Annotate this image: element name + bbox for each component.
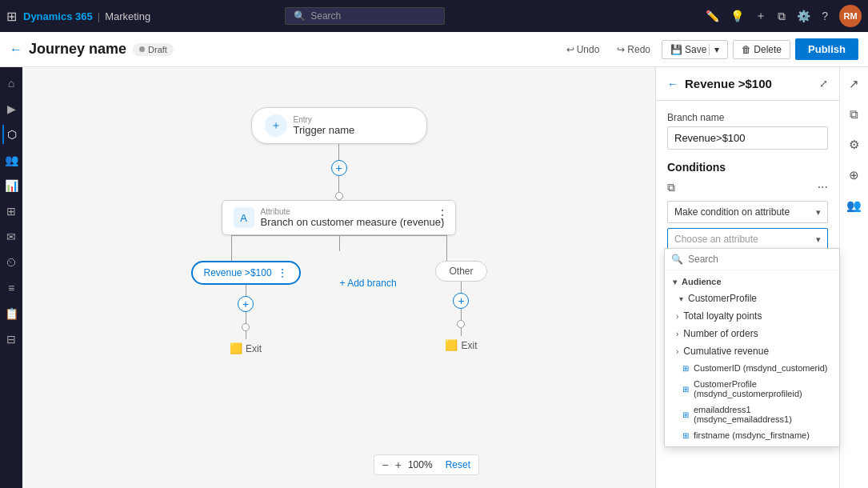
dropdown-chevron-customerprofile: ▾ [679,294,683,303]
sidebar-list-icon[interactable]: ≡ [5,278,18,298]
dropdown-group-customerprofile[interactable]: ▾ CustomerProfile [665,290,839,307]
panel-title: Revenue >$100 [685,77,813,90]
field-icon-customerid: ⊞ [682,364,689,373]
journey-canvas[interactable]: ＋ Entry Trigger name + A Attribute Branc… [22,67,655,488]
far-right-people-icon[interactable]: 👥 [843,195,865,216]
far-right-copy-icon[interactable]: ⧉ [846,104,862,125]
search-box[interactable]: 🔍 Search [285,7,445,25]
dropdown-item-loyalty[interactable]: › Total loyalty points [665,307,839,325]
journey-title: Journey name [29,41,126,58]
brand-module: Marketing [105,10,150,22]
dropdown-expand-revenue: › [676,347,678,356]
dropdown-item-firstname[interactable]: ⊞ firstname (msdync_firstname) [665,427,839,443]
condition-type-chevron: ▾ [816,207,821,218]
sidebar-analytics-icon[interactable]: 📊 [2,176,22,195]
add-step-button-1[interactable]: + [331,160,347,176]
pencil-icon[interactable]: ✏️ [706,10,719,22]
sidebar-home-icon[interactable]: ⌂ [5,74,18,93]
dropdown-group-audience-chevron[interactable]: ▾ [673,278,677,286]
dropdown-group-audience: ▾ Audience [665,274,839,290]
app-grid-icon[interactable]: ⊞ [6,9,17,24]
journey-toolbar: ← Journey name Draft ↩ Undo ↪ Redo 💾 Sav… [0,32,868,67]
far-right-zoom-icon[interactable]: ⊕ [846,165,862,186]
save-button[interactable]: 💾 Save ▾ [662,40,728,59]
sidebar-journey-icon[interactable]: ⬡ [2,125,20,144]
sidebar-grid-icon[interactable]: ⊟ [3,330,19,349]
sidebar-report-icon[interactable]: 📋 [2,304,22,323]
far-right-signin-icon[interactable]: ↗ [846,74,862,94]
zoom-out-button[interactable]: − [382,458,389,471]
settings-icon[interactable]: ⚙️ [797,10,810,22]
conditions-toolbar: ⧉ ··· [667,180,828,194]
field-icon-email: ⊞ [682,410,689,419]
publish-button[interactable]: Publish [795,38,858,60]
help-icon[interactable]: ? [822,10,828,22]
branch-dots-icon[interactable]: ⋮ [277,266,288,279]
attribute-node-menu[interactable]: ⋮ [436,207,449,222]
branch-connector-r1 [461,282,462,293]
redo-button[interactable]: ↪ Redo [610,41,657,58]
sidebar-arrow-icon[interactable]: ▶ [4,99,19,118]
add-branch-button[interactable]: + Add branch [330,274,406,293]
sidebar-segment-icon[interactable]: ⊞ [3,202,19,221]
dropdown-search-input[interactable] [688,254,833,265]
add-step-other[interactable]: + [453,293,469,309]
branch-connector-l1 [246,285,246,296]
dropdown-item-customerid[interactable]: ⊞ CustomerID (msdynd_customerid) [665,360,839,376]
branch-other-col: Other + 🟨 Exit [435,261,486,351]
dropdown-item-orders[interactable]: › Number of orders [665,325,839,342]
add-branch-area: + Add branch [330,261,406,293]
branch-connector-l3 [246,331,246,339]
attribute-node-labels: Attribute Branch on customer measure (re… [261,207,445,228]
conditions-title: Conditions [667,161,828,174]
delete-icon: 🗑 [742,44,751,55]
panel-back-button[interactable]: ← [667,78,678,90]
attribute-node-icon: A [234,207,254,228]
branch-name-input[interactable] [667,126,828,150]
attribute-chevron: ▾ [816,234,821,245]
conditions-copy-icon[interactable]: ⧉ [667,181,675,194]
plus-icon[interactable]: ＋ [755,9,766,23]
entry-node[interactable]: ＋ Entry Trigger name [251,107,427,144]
exit-icon-right: 🟨 [445,339,458,351]
back-button[interactable]: ← [10,42,22,57]
panel-expand-icon[interactable]: ⤢ [819,78,828,90]
top-navigation: ⊞ Dynamics 365 | Marketing 🔍 Search ✏️ 💡… [0,0,868,32]
attribute-dropdown: 🔍 ▾ Audience ▾ CustomerProfile › Total l… [664,248,840,447]
connector-line-1 [338,144,339,160]
condition-type-select[interactable]: Make condition on attribute ▾ [667,201,828,223]
conditions-more-icon[interactable]: ··· [818,180,828,194]
dropdown-item-lastname[interactable]: ⊞ lastname (msdync_lastname) [665,443,839,446]
branch-circle-l [242,323,250,331]
draft-badge: Draft [133,43,174,56]
sidebar-clock-icon[interactable]: ⏲ [2,253,20,272]
revenue-branch-node[interactable]: Revenue >$100 ⋮ [191,261,301,285]
save-dropdown-arrow[interactable]: ▾ [709,44,719,55]
filter-icon[interactable]: ⧉ [778,10,786,23]
dropdown-item-revenue[interactable]: › Cumulative revenue [665,342,839,360]
zoom-reset-button[interactable]: Reset [446,459,470,470]
attribute-select[interactable]: Choose an attribute ▾ [667,228,828,250]
zoom-in-button[interactable]: + [395,458,402,471]
add-step-revenue[interactable]: + [238,296,254,312]
sidebar-people-icon[interactable]: 👥 [2,150,22,170]
attribute-node[interactable]: A Attribute Branch on customer measure (… [222,200,457,235]
branches-row: Revenue >$100 ⋮ + 🟨 Exit [191,261,487,354]
dropdown-item-customerprofileid[interactable]: ⊞ CustomerProfile (msdynd_customerprofil… [665,376,839,402]
branch-name-label: Branch name [667,112,828,123]
far-right-settings-icon[interactable]: ⚙ [846,134,862,155]
dropdown-item-email[interactable]: ⊞ emailaddress1 (msdync_emailaddress1) [665,402,839,427]
avatar[interactable]: RM [839,5,862,27]
branch-connector-r2 [461,309,462,320]
panel-header: ← Revenue >$100 ⤢ [656,67,839,101]
exit-icon-left: 🟨 [230,342,242,354]
lightbulb-icon[interactable]: 💡 [730,10,744,22]
brand: Dynamics 365 | Marketing [23,10,150,22]
delete-button[interactable]: 🗑 Delete [733,40,790,59]
brand-d365: Dynamics 365 [23,10,93,22]
branch-name-field: Branch name [667,112,828,150]
undo-button[interactable]: ↩ Undo [560,41,606,58]
sidebar-email-icon[interactable]: ✉ [3,227,19,246]
other-branch-node[interactable]: Other [435,261,486,282]
save-icon: 💾 [670,44,682,55]
